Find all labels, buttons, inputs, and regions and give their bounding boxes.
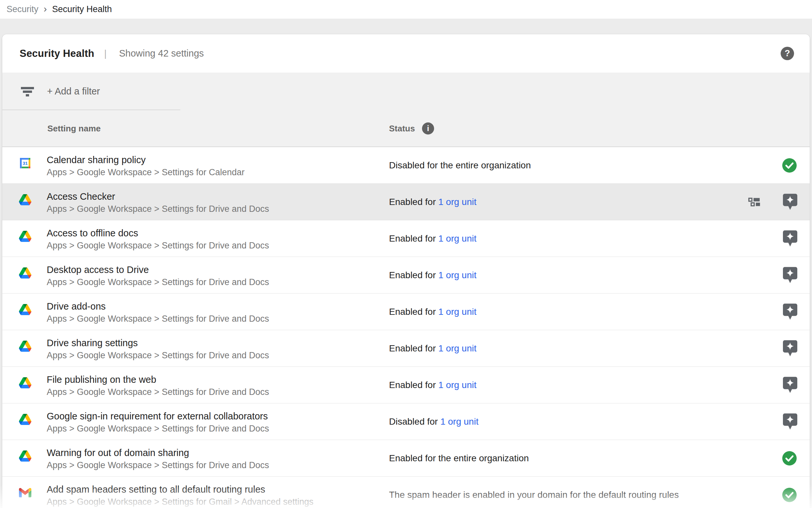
- table-row[interactable]: Access to offline docsApps > Google Work…: [2, 220, 810, 257]
- column-header-status: Status: [389, 123, 415, 133]
- setting-path: Apps > Google Workspace > Settings for D…: [47, 314, 269, 324]
- setting-name: Add spam headers setting to all default …: [47, 484, 265, 495]
- drive-icon: [19, 303, 31, 316]
- table-row[interactable]: Desktop access to DriveApps > Google Wor…: [2, 257, 810, 294]
- status-text: Enabled for 1 org unit: [389, 294, 477, 330]
- org-unit-link[interactable]: 1 org unit: [438, 380, 477, 390]
- breadcrumb-security-link[interactable]: Security: [6, 4, 39, 14]
- recommendation-icon[interactable]: [783, 230, 797, 247]
- calendar-icon: 31: [19, 157, 31, 169]
- drive-icon: [19, 340, 31, 352]
- status-text: Enabled for 1 org unit: [389, 184, 477, 220]
- gmail-icon: [19, 486, 31, 499]
- table-row[interactable]: 31 Calendar sharing policyApps > Google …: [2, 147, 810, 184]
- status-text: Enabled for 1 org unit: [389, 367, 477, 403]
- setting-path: Apps > Google Workspace > Settings for C…: [47, 167, 245, 177]
- filter-bar: + Add a filter: [2, 73, 810, 110]
- setting-path: Apps > Google Workspace > Settings for G…: [47, 497, 314, 507]
- setting-name: Drive add-ons: [47, 301, 106, 312]
- table-row[interactable]: Access CheckerApps > Google Workspace > …: [2, 184, 810, 220]
- help-icon[interactable]: ?: [781, 47, 794, 60]
- breadcrumb: Security › Security Health: [0, 0, 812, 18]
- recommendation-icon[interactable]: [783, 303, 797, 320]
- setting-name: Access to offline docs: [47, 228, 138, 239]
- setting-name: Access Checker: [47, 191, 115, 202]
- add-filter-button[interactable]: + Add a filter: [47, 86, 100, 97]
- setting-path: Apps > Google Workspace > Settings for D…: [47, 350, 269, 361]
- drive-icon: [19, 267, 31, 279]
- results-count: Showing 42 settings: [119, 48, 204, 59]
- svg-text:31: 31: [22, 161, 28, 166]
- org-unit-link[interactable]: 1 org unit: [440, 417, 479, 427]
- recommendation-icon[interactable]: [783, 377, 797, 393]
- status-ok-check-icon: [782, 488, 797, 502]
- drive-icon: [19, 194, 31, 206]
- setting-path: Apps > Google Workspace > Settings for D…: [47, 241, 269, 251]
- status-text: Enabled for 1 org unit: [389, 257, 477, 293]
- setting-path: Apps > Google Workspace > Settings for D…: [47, 460, 269, 470]
- status-ok-check-icon: [782, 451, 797, 466]
- org-unit-link[interactable]: 1 org unit: [438, 197, 477, 207]
- org-units-icon: [748, 198, 763, 206]
- setting-name: Calendar sharing policy: [47, 155, 146, 165]
- status-text: The spam header is enabled in your domai…: [389, 477, 679, 508]
- setting-path: Apps > Google Workspace > Settings for D…: [47, 204, 269, 214]
- org-unit-link[interactable]: 1 org unit: [438, 234, 477, 244]
- title-separator: |: [104, 48, 107, 59]
- page-title: Security Health: [19, 48, 94, 59]
- status-text: Enabled for 1 org unit: [389, 330, 477, 367]
- filter-icon[interactable]: [21, 86, 34, 97]
- column-header-setting-name: Setting name: [47, 123, 101, 133]
- setting-path: Apps > Google Workspace > Settings for D…: [47, 387, 269, 397]
- recommendation-icon[interactable]: [783, 194, 797, 210]
- table-header: Setting name Status i: [2, 110, 810, 147]
- status-text: Disabled for 1 org unit: [389, 404, 479, 440]
- card-header: Security Health | Showing 42 settings ?: [2, 34, 810, 73]
- page-background: Security Health | Showing 42 settings ? …: [0, 18, 812, 508]
- info-icon[interactable]: i: [422, 122, 434, 134]
- setting-name: Google sign-in requirement for external …: [47, 411, 268, 422]
- drive-icon: [19, 377, 31, 389]
- drive-icon: [19, 230, 31, 243]
- setting-name: Warning for out of domain sharing: [47, 448, 189, 458]
- table-row[interactable]: Add spam headers setting to all default …: [2, 477, 810, 508]
- table-row[interactable]: Drive add-onsApps > Google Workspace > S…: [2, 294, 810, 330]
- setting-path: Apps > Google Workspace > Settings for D…: [47, 424, 269, 434]
- recommendation-icon[interactable]: [783, 340, 797, 357]
- settings-list: 31 Calendar sharing policyApps > Google …: [2, 147, 810, 508]
- table-row[interactable]: File publishing on the webApps > Google …: [2, 367, 810, 404]
- org-unit-link[interactable]: 1 org unit: [438, 270, 477, 281]
- setting-name: Drive sharing settings: [47, 338, 138, 348]
- org-unit-link[interactable]: 1 org unit: [438, 343, 477, 354]
- drive-icon: [19, 413, 31, 426]
- table-row[interactable]: Drive sharing settingsApps > Google Work…: [2, 330, 810, 367]
- drive-icon: [19, 450, 31, 462]
- status-text: Enabled for the entire organization: [389, 440, 529, 476]
- table-row[interactable]: Google sign-in requirement for external …: [2, 404, 810, 440]
- status-text: Disabled for the entire organization: [389, 147, 531, 183]
- security-health-card: Security Health | Showing 42 settings ? …: [2, 34, 810, 508]
- table-row[interactable]: Warning for out of domain sharingApps > …: [2, 440, 810, 477]
- setting-path: Apps > Google Workspace > Settings for D…: [47, 277, 269, 287]
- status-text: Enabled for 1 org unit: [389, 220, 477, 257]
- org-unit-link[interactable]: 1 org unit: [438, 307, 477, 317]
- setting-name: File publishing on the web: [47, 374, 156, 385]
- status-ok-check-icon: [782, 158, 797, 173]
- breadcrumb-current: Security Health: [52, 4, 112, 14]
- breadcrumb-chevron-icon: ›: [44, 3, 47, 14]
- recommendation-icon[interactable]: [783, 413, 797, 430]
- setting-name: Desktop access to Drive: [47, 264, 149, 275]
- recommendation-icon[interactable]: [783, 267, 797, 284]
